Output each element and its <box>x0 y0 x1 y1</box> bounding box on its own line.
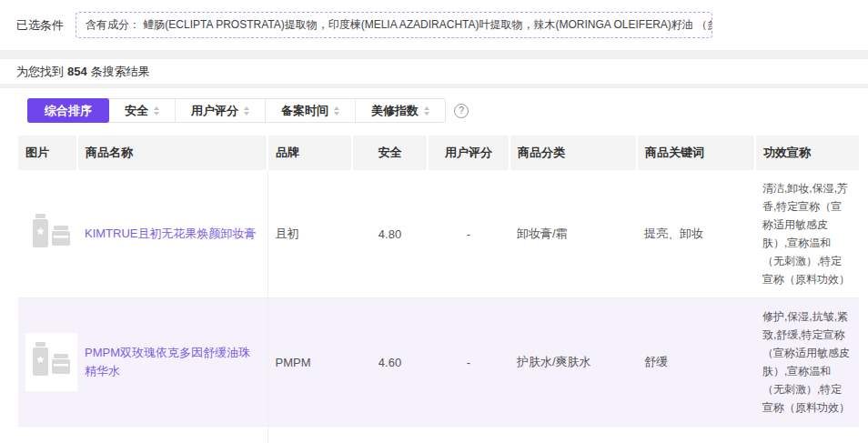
sort-tab-label: 安全 <box>125 103 148 119</box>
claims-cell: 保湿 <box>755 427 859 443</box>
selected-filter-tag: 含有成分： 鳢肠(ECLIPTA PROSTRATA)提取物，印度楝(MELIA… <box>76 12 712 38</box>
brand-cell: 艾遇 <box>267 427 352 443</box>
table-row: KIMTRUE且初无花果焕颜卸妆膏 且初 4.80 - 卸妆膏/霜 提亮、卸妆 … <box>18 170 859 298</box>
sort-caret-icon <box>244 106 249 116</box>
table-row: 艾遇舒漾润肤精华乳 艾遇 4.70 4.31 精华乳 滋润 保湿 <box>18 427 859 443</box>
product-name-link[interactable]: PMPM双玫瑰依克多因舒缓油珠精华水 <box>85 344 260 380</box>
column-header: 图片 <box>18 136 77 170</box>
summary-suffix: 条搜索结果 <box>91 64 150 80</box>
main-panel: 综合排序安全用户评分备案时间美修指数 ? 图片商品名称品牌安全用户评分商品分类商… <box>0 88 868 443</box>
table-row: PMPM双玫瑰依克多因舒缓油珠精华水 PMPM 4.60 - 护肤水/爽肤水 舒… <box>18 298 859 427</box>
category-cell: 卸妆膏/霜 <box>510 170 637 298</box>
section-divider <box>0 50 868 59</box>
user-rating-cell: - <box>428 298 510 427</box>
sort-tab-label: 备案时间 <box>281 103 328 119</box>
sort-tabs-row: 综合排序安全用户评分备案时间美修指数 ? <box>27 98 868 123</box>
keywords-cell: 提亮、卸妆 <box>637 170 755 298</box>
product-name-link[interactable]: KIMTRUE且初无花果焕颜卸妆膏 <box>85 225 257 243</box>
column-header: 功效宣称 <box>755 136 859 170</box>
sort-tab[interactable]: 美修指数 <box>356 99 445 122</box>
claims-cell: 修护,保湿,抗皱,紧致,舒缓,特定宣称（宣称适用敏感皮肤）,宣称温和（无刺激）,… <box>755 298 859 427</box>
safety-score-cell: 4.70 <box>352 427 428 443</box>
cosmetics-placeholder-icon <box>29 341 75 383</box>
sort-tab-label: 综合排序 <box>45 103 92 119</box>
column-header: 商品关键词 <box>637 136 755 170</box>
user-rating-cell: 4.31 <box>428 427 510 443</box>
product-thumbnail[interactable] <box>25 205 78 263</box>
cosmetics-placeholder-icon <box>29 213 75 255</box>
product-thumbnail[interactable] <box>25 333 78 391</box>
help-icon[interactable]: ? <box>454 104 469 118</box>
sort-tab[interactable]: 安全 <box>109 99 176 122</box>
results-table: 图片商品名称品牌安全用户评分商品分类商品关键词功效宣称 KIMTRUE且初无花果… <box>18 136 859 443</box>
category-cell: 护肤水/爽肤水 <box>510 298 637 427</box>
column-header: 品牌 <box>267 136 352 170</box>
result-count: 854 <box>67 65 87 78</box>
sort-tab[interactable]: 备案时间 <box>266 99 356 122</box>
table-header-row: 图片商品名称品牌安全用户评分商品分类商品关键词功效宣称 <box>18 136 859 170</box>
product-thumbnail[interactable] <box>25 434 78 443</box>
brand-cell: PMPM <box>267 298 352 427</box>
column-header: 用户评分 <box>428 136 510 170</box>
sort-caret-icon <box>334 106 339 116</box>
safety-score-cell: 4.80 <box>352 170 428 298</box>
sort-caret-icon <box>424 106 429 116</box>
brand-cell: 且初 <box>267 170 352 298</box>
column-header: 商品分类 <box>510 136 637 170</box>
safety-score-cell: 4.60 <box>352 298 428 427</box>
sort-tab[interactable]: 综合排序 <box>27 98 109 123</box>
column-header: 商品名称 <box>77 136 267 170</box>
result-summary: 为您找到 854 条搜索结果 <box>0 59 868 84</box>
filter-tag-text: 含有成分： 鳢肠(ECLIPTA PROSTRATA)提取物，印度楝(MELIA… <box>86 17 712 33</box>
sort-tab-label: 用户评分 <box>191 103 238 119</box>
sort-tab[interactable]: 用户评分 <box>176 99 266 122</box>
filter-bar-label: 已选条件 <box>16 17 64 34</box>
claims-cell: 清洁,卸妆,保湿,芳香,特定宣称（宣称适用敏感皮肤）,宣称温和（无刺激）,特定宣… <box>755 170 859 298</box>
keywords-cell: 滋润 <box>637 427 755 443</box>
sort-caret-icon <box>154 106 159 116</box>
sort-tabs-group: 综合排序安全用户评分备案时间美修指数 <box>27 98 446 123</box>
filter-bar: 已选条件 含有成分： 鳢肠(ECLIPTA PROSTRATA)提取物，印度楝(… <box>0 0 868 50</box>
user-rating-cell: - <box>428 170 510 298</box>
column-header: 安全 <box>352 136 428 170</box>
keywords-cell: 舒缓 <box>637 298 755 427</box>
summary-prefix: 为您找到 <box>16 64 64 80</box>
sort-tab-label: 美修指数 <box>371 103 419 119</box>
category-cell: 精华乳 <box>510 427 637 443</box>
